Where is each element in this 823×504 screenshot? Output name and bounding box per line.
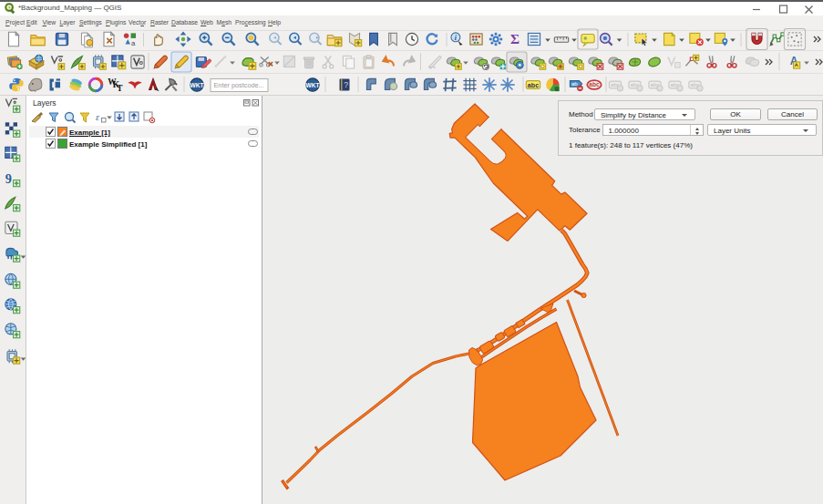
svg-text:9: 9 — [5, 171, 12, 186]
svg-text:WKT: WKT — [305, 82, 319, 88]
svg-text:T: T — [117, 84, 123, 93]
svg-text:WKT: WKT — [190, 82, 203, 88]
svg-text:abc: abc — [589, 81, 600, 87]
svg-text:ab: ab — [571, 81, 578, 87]
svg-text:abc: abc — [528, 82, 539, 89]
svg-text:ε: ε — [96, 112, 99, 122]
svg-text:a: a — [131, 39, 136, 47]
svg-text:?: ? — [344, 80, 348, 89]
svg-text:Enter postcode...: Enter postcode... — [214, 81, 264, 89]
svg-text:Σ: Σ — [510, 32, 520, 47]
